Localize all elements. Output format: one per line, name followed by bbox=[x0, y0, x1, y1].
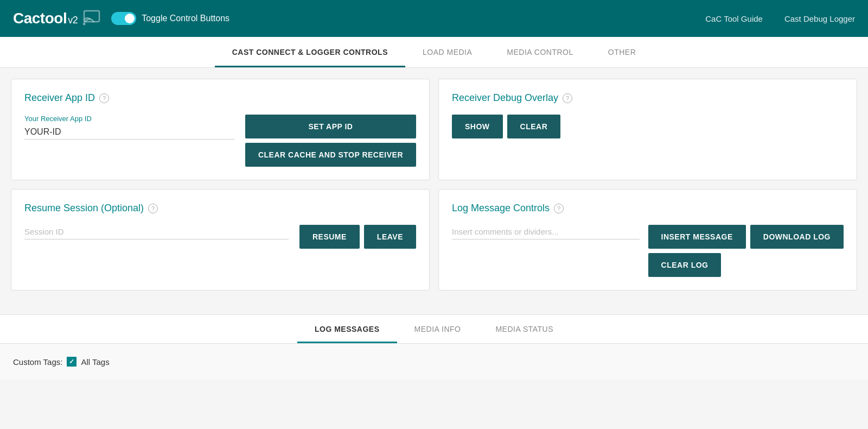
session-id-input-group bbox=[24, 225, 289, 239]
custom-tags-row: Custom Tags: All Tags bbox=[13, 357, 855, 367]
resume-session-buttons: RESUME LEAVE bbox=[299, 225, 416, 249]
insert-message-button[interactable]: INSERT MESSAGE bbox=[648, 225, 746, 249]
log-tab-nav: LOG MESSAGES MEDIA INFO MEDIA STATUS bbox=[0, 315, 868, 344]
leave-button[interactable]: LEAVE bbox=[364, 225, 416, 249]
top-tab-nav: CAST CONNECT & LOGGER CONTROLS LOAD MEDI… bbox=[0, 37, 868, 68]
tab-media-control[interactable]: MEDIA CONTROL bbox=[489, 37, 590, 67]
receiver-app-id-buttons: SET APP ID CLEAR CACHE AND STOP RECEIVER bbox=[245, 115, 416, 167]
receiver-debug-overlay-title: Receiver Debug Overlay ? bbox=[452, 92, 844, 104]
receiver-debug-help-icon[interactable]: ? bbox=[563, 93, 572, 103]
tab-cast-connect[interactable]: CAST CONNECT & LOGGER CONTROLS bbox=[215, 37, 405, 67]
tab-load-media[interactable]: LOAD MEDIA bbox=[405, 37, 489, 67]
log-message-input-area bbox=[452, 225, 640, 239]
set-app-id-button[interactable]: SET APP ID bbox=[245, 115, 416, 138]
tab-other[interactable]: OTHER bbox=[591, 37, 654, 67]
all-tags-label: All Tags bbox=[81, 357, 109, 367]
log-message-input[interactable] bbox=[452, 225, 640, 239]
resume-session-panel: Resume Session (Optional) ? RESUME LEAVE bbox=[11, 189, 430, 291]
clear-log-button[interactable]: CLEAR LOG bbox=[648, 253, 722, 277]
custom-tags-label: Custom Tags: bbox=[13, 357, 62, 367]
header-nav: CaC Tool Guide Cast Debug Logger bbox=[705, 14, 855, 23]
main-content: Receiver App ID ? Your Receiver App ID S… bbox=[0, 68, 868, 310]
svg-point-1 bbox=[83, 23, 86, 26]
receiver-debug-overlay-panel: Receiver Debug Overlay ? SHOW CLEAR bbox=[438, 79, 857, 180]
receiver-app-id-help-icon[interactable]: ? bbox=[99, 93, 109, 103]
log-buttons-top-row: INSERT MESSAGE DOWNLOAD LOG bbox=[648, 225, 844, 249]
panels-row-1: Receiver App ID ? Your Receiver App ID S… bbox=[11, 79, 857, 180]
toggle-control-buttons[interactable] bbox=[111, 12, 136, 25]
log-message-controls-body: INSERT MESSAGE DOWNLOAD LOG CLEAR LOG bbox=[452, 225, 844, 277]
show-debug-button[interactable]: SHOW bbox=[452, 115, 503, 138]
log-tab-media-status[interactable]: MEDIA STATUS bbox=[478, 315, 571, 343]
resume-session-body: RESUME LEAVE bbox=[24, 225, 416, 249]
receiver-app-id-body: Your Receiver App ID SET APP ID CLEAR CA… bbox=[24, 115, 416, 167]
receiver-app-id-input-group: Your Receiver App ID bbox=[24, 115, 234, 140]
log-message-controls-title: Log Message Controls ? bbox=[452, 203, 844, 214]
log-tab-media-info[interactable]: MEDIA INFO bbox=[397, 315, 478, 343]
log-tab-messages[interactable]: LOG MESSAGES bbox=[297, 315, 397, 343]
clear-cache-stop-receiver-button[interactable]: CLEAR CACHE AND STOP RECEIVER bbox=[245, 143, 416, 167]
panels-row-2: Resume Session (Optional) ? RESUME LEAVE… bbox=[11, 189, 857, 291]
receiver-app-id-panel: Receiver App ID ? Your Receiver App ID S… bbox=[11, 79, 430, 180]
app-logo: Cactoolv2 bbox=[13, 10, 78, 27]
toggle-area: Toggle Control Buttons bbox=[111, 12, 229, 25]
app-header: Cactoolv2 Toggle Control Buttons CaC Too… bbox=[0, 0, 868, 37]
receiver-app-id-input[interactable] bbox=[24, 125, 234, 140]
log-message-controls-help-icon[interactable]: ? bbox=[554, 204, 564, 213]
cac-tool-guide-link[interactable]: CaC Tool Guide bbox=[705, 14, 763, 23]
log-body: Custom Tags: All Tags bbox=[0, 344, 868, 380]
all-tags-checkbox[interactable] bbox=[67, 357, 76, 367]
download-log-button[interactable]: DOWNLOAD LOG bbox=[750, 225, 844, 249]
log-message-buttons: INSERT MESSAGE DOWNLOAD LOG CLEAR LOG bbox=[648, 225, 844, 277]
cast-debug-logger-link[interactable]: Cast Debug Logger bbox=[784, 14, 855, 23]
toggle-label: Toggle Control Buttons bbox=[142, 14, 229, 23]
log-message-controls-panel: Log Message Controls ? INSERT MESSAGE DO… bbox=[438, 189, 857, 291]
cast-icon bbox=[83, 8, 103, 29]
log-section: LOG MESSAGES MEDIA INFO MEDIA STATUS Cus… bbox=[0, 314, 868, 380]
resume-session-title: Resume Session (Optional) ? bbox=[24, 203, 416, 214]
receiver-app-id-title: Receiver App ID ? bbox=[24, 92, 416, 104]
session-id-input[interactable] bbox=[24, 225, 289, 239]
resume-session-help-icon[interactable]: ? bbox=[148, 204, 158, 213]
receiver-debug-buttons: SHOW CLEAR bbox=[452, 115, 844, 138]
resume-button[interactable]: RESUME bbox=[299, 225, 360, 249]
clear-debug-button[interactable]: CLEAR bbox=[507, 115, 561, 138]
receiver-app-id-input-label: Your Receiver App ID bbox=[24, 115, 234, 123]
